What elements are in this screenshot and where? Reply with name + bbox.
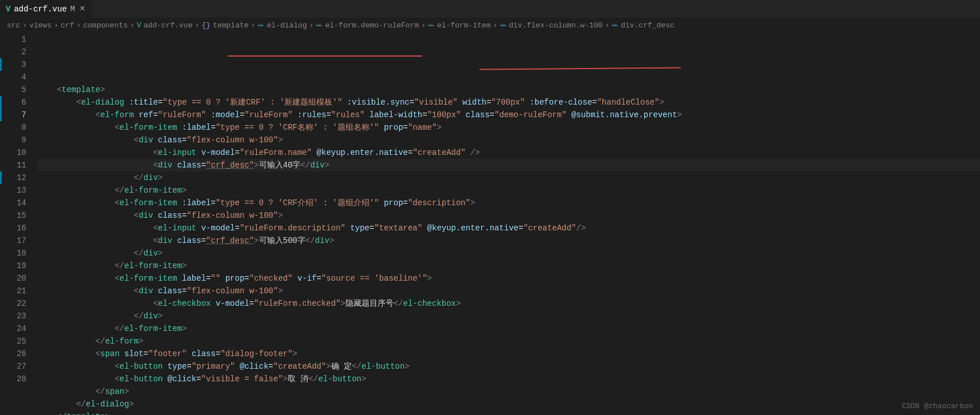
code-line[interactable]: <el-checkbox v-model="ruleForm.checked">… xyxy=(38,297,980,310)
code-line[interactable]: </div> xyxy=(38,247,980,260)
code-line[interactable]: <el-dialog :title="type == 0 ? '新建CRF' :… xyxy=(38,96,980,109)
code-line[interactable]: </el-form-item> xyxy=(38,322,980,335)
close-icon[interactable]: × xyxy=(78,4,86,14)
code-line[interactable]: </div> xyxy=(38,171,980,184)
chevron-right-icon: › xyxy=(421,21,426,30)
line-number-gutter: 1234567891011121314151617181920212223242… xyxy=(3,32,38,415)
tag-icon: ⬰ xyxy=(316,21,323,30)
breadcrumb-item[interactable]: {} template xyxy=(202,21,249,30)
chevron-right-icon: › xyxy=(251,21,256,30)
tab-filename: add-crf.vue xyxy=(14,5,66,14)
tab-active[interactable]: V add-crf.vue M × xyxy=(0,0,92,18)
tag-icon: ⬰ xyxy=(612,21,618,30)
code-line[interactable]: <el-form ref="ruleForm" :model="ruleForm… xyxy=(38,109,980,121)
breadcrumb-item[interactable]: ⬰ div.crf_desc xyxy=(612,21,675,30)
breadcrumb-item[interactable]: views xyxy=(29,21,51,30)
code-line[interactable]: </el-form> xyxy=(38,335,980,348)
vue-icon: V xyxy=(137,21,141,30)
tab-bar: V add-crf.vue M × xyxy=(0,0,980,18)
code-line[interactable]: <el-form-item :label="type == 0 ? 'CRF名称… xyxy=(38,121,980,134)
code-line[interactable]: <el-form-item :label="type == 0 ? 'CRF介绍… xyxy=(38,197,980,209)
code-line[interactable]: <el-input v-model="ruleForm.description"… xyxy=(38,222,980,234)
code-line[interactable]: <template> xyxy=(38,83,980,96)
tag-icon: ⬰ xyxy=(500,21,507,30)
brace-icon: {} xyxy=(202,21,211,30)
tag-icon: ⬰ xyxy=(257,21,264,30)
code-line[interactable]: <span slot="footer" class="dialog-footer… xyxy=(38,348,980,360)
watermark: CSDN @zhaocarbon xyxy=(902,402,973,410)
breadcrumb-item[interactable]: ⬰ el-form.demo-ruleForm xyxy=(316,21,419,30)
code-line[interactable]: <el-button @click="visible = false">取 消<… xyxy=(38,373,980,385)
chevron-right-icon: › xyxy=(493,21,498,30)
code-line[interactable]: <el-form-item label="" prop="checked" v-… xyxy=(38,272,980,285)
breadcrumb-item[interactable]: ⬰ el-form-item xyxy=(428,21,491,30)
code-line[interactable]: </template> xyxy=(38,410,980,415)
chevron-right-icon: › xyxy=(130,21,134,30)
modified-indicator: M xyxy=(70,5,75,14)
chevron-right-icon: › xyxy=(310,21,314,30)
annotation-underline xyxy=(479,67,681,70)
code-line[interactable]: </el-form-item> xyxy=(38,184,980,197)
vue-icon: V xyxy=(6,5,10,14)
chevron-right-icon: › xyxy=(22,21,27,30)
breadcrumb-item[interactable]: components xyxy=(83,21,128,30)
code-line[interactable]: </div> xyxy=(38,310,980,322)
code-line[interactable]: <div class="crf_desc">可输入500字</div> xyxy=(38,234,980,247)
code-line[interactable]: </span> xyxy=(38,385,980,398)
code-line[interactable]: <div class="flex-column w-100"> xyxy=(38,285,980,297)
breadcrumb: src › views › crf › components › V add-c… xyxy=(0,18,980,32)
code-line[interactable]: <div class="flex-column w-100"> xyxy=(38,134,980,146)
tag-icon: ⬰ xyxy=(428,21,435,30)
code-line[interactable]: </el-form-item> xyxy=(38,260,980,272)
breadcrumb-item[interactable]: V add-crf.vue xyxy=(137,21,193,30)
code-area[interactable]: <template> <el-dialog :title="type == 0 … xyxy=(38,32,980,415)
breadcrumb-item[interactable]: ⬰ el-dialog xyxy=(257,21,307,30)
code-line[interactable]: <el-input v-model="ruleForm.name" @keyup… xyxy=(38,146,980,159)
chevron-right-icon: › xyxy=(76,21,81,30)
chevron-right-icon: › xyxy=(605,21,609,30)
chevron-right-icon: › xyxy=(195,21,200,30)
breadcrumb-item[interactable]: crf xyxy=(61,21,74,30)
code-line[interactable]: <div class="crf_desc">可输入40字</div> xyxy=(38,159,980,171)
code-line[interactable]: <el-button type="primary" @click="create… xyxy=(38,360,980,373)
breadcrumb-item[interactable]: ⬰ div.flex-column.w-100 xyxy=(500,21,603,30)
editor[interactable]: 1234567891011121314151617181920212223242… xyxy=(0,32,980,415)
breadcrumb-item[interactable]: src xyxy=(7,21,20,30)
code-line[interactable]: </el-dialog> xyxy=(38,398,980,410)
annotation-underline xyxy=(228,55,422,57)
code-line[interactable]: <div class="flex-column w-100"> xyxy=(38,209,980,222)
chevron-right-icon: › xyxy=(54,21,58,30)
